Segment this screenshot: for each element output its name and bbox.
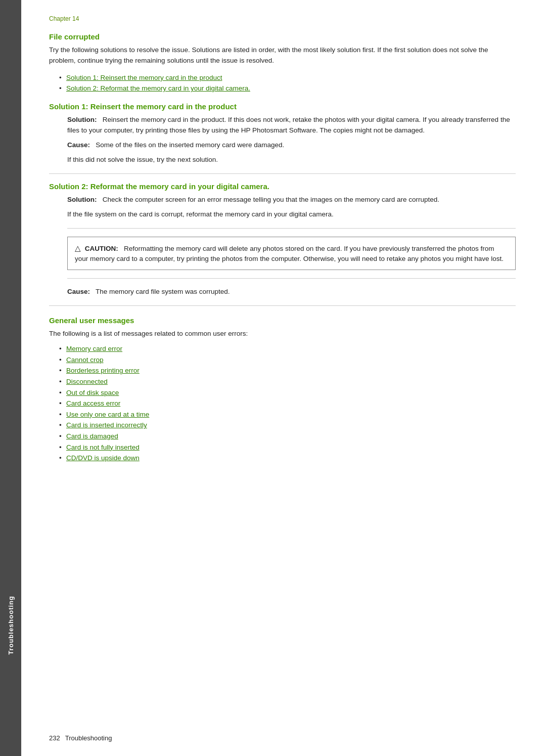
solution1-next: If this did not solve the issue, try the…	[67, 155, 516, 165]
divider4	[49, 305, 516, 306]
caution-triangle-icon: △	[75, 242, 81, 254]
solution1-block: Solution: Reinsert the memory card in th…	[67, 115, 516, 165]
main-content: Chapter 14 File corrupted Try the follow…	[21, 0, 546, 756]
solution2-heading: Solution 2: Reformat the memory card in …	[49, 182, 516, 191]
file-corrupted-links: Solution 1: Reinsert the memory card in …	[59, 72, 516, 94]
footer-title: Troubleshooting	[65, 734, 112, 742]
cause1-text: Some of the files on the inserted memory…	[96, 141, 284, 149]
list-item: Card access error	[59, 398, 516, 409]
solution2-link[interactable]: Solution 2: Reformat the memory card in …	[66, 84, 250, 92]
card-access-error-link[interactable]: Card access error	[66, 399, 120, 407]
divider2	[67, 228, 516, 229]
caution-text: Reformatting the memory card will delete…	[75, 245, 504, 263]
list-item: Solution 2: Reformat the memory card in …	[59, 83, 516, 94]
card-not-fully-inserted-link[interactable]: Card is not fully inserted	[66, 443, 140, 451]
solution2-block: Solution: Check the computer screen for …	[67, 195, 516, 298]
memory-card-error-link[interactable]: Memory card error	[66, 345, 122, 352]
list-item: Use only one card at a time	[59, 409, 516, 420]
solution1-link[interactable]: Solution 1: Reinsert the memory card in …	[66, 74, 222, 81]
solution2-label: Solution:	[67, 196, 97, 203]
file-corrupted-intro: Try the following solutions to resolve t…	[49, 45, 516, 66]
solution2-body: Check the computer screen for an error m…	[103, 196, 439, 203]
solution1-cause: Cause: Some of the files on the inserted…	[67, 140, 516, 151]
solution1-heading: Solution 1: Reinsert the memory card in …	[49, 102, 516, 111]
disconnected-link[interactable]: Disconnected	[66, 378, 108, 385]
list-item: Cannot crop	[59, 354, 516, 366]
divider1	[49, 173, 516, 174]
card-inserted-incorrectly-link[interactable]: Card is inserted incorrectly	[66, 421, 147, 429]
list-item: Card is not fully inserted	[59, 442, 516, 453]
out-of-disk-space-link[interactable]: Out of disk space	[66, 389, 119, 396]
borderless-printing-error-link[interactable]: Borderless printing error	[66, 367, 140, 374]
cannot-crop-link[interactable]: Cannot crop	[66, 356, 104, 364]
list-item: Card is inserted incorrectly	[59, 420, 516, 431]
caution-box: △ CAUTION: Reformatting the memory card …	[67, 237, 516, 271]
card-is-damaged-link[interactable]: Card is damaged	[66, 432, 118, 440]
solution1-label: Solution:	[67, 116, 97, 123]
solution1-text: Solution: Reinsert the memory card in th…	[67, 115, 516, 136]
file-corrupted-section: File corrupted Try the following solutio…	[49, 32, 516, 94]
page-wrapper: Troubleshooting Chapter 14 File corrupte…	[0, 0, 546, 756]
file-corrupted-heading: File corrupted	[49, 32, 516, 41]
list-item: Out of disk space	[59, 387, 516, 398]
footer-page-number: 232	[49, 734, 60, 742]
solution2-text: Solution: Check the computer screen for …	[67, 195, 516, 205]
divider3	[67, 278, 516, 279]
list-item: CD/DVD is upside down	[59, 453, 516, 464]
list-item: Solution 1: Reinsert the memory card in …	[59, 72, 516, 83]
sidebar: Troubleshooting	[0, 0, 21, 756]
solution1-body: Reinsert the memory card in the product.…	[67, 116, 510, 134]
solution2-cause: Cause: The memory card file system was c…	[67, 287, 516, 297]
general-user-messages-heading: General user messages	[49, 316, 516, 325]
cause1-label: Cause:	[67, 141, 90, 149]
general-user-messages-intro: The following is a list of messages rela…	[49, 329, 516, 339]
list-item: Memory card error	[59, 343, 516, 354]
solution2-body2: If the file system on the card is corrup…	[67, 209, 516, 220]
general-user-messages-section: General user messages The following is a…	[49, 316, 516, 463]
use-only-one-card-link[interactable]: Use only one card at a time	[66, 411, 149, 418]
sidebar-label: Troubleshooting	[7, 596, 15, 655]
list-item: Card is damaged	[59, 431, 516, 442]
caution-label: CAUTION:	[85, 245, 118, 252]
cddvd-upside-down-link[interactable]: CD/DVD is upside down	[66, 454, 140, 462]
solution1-section: Solution 1: Reinsert the memory card in …	[49, 102, 516, 165]
solution2-section: Solution 2: Reformat the memory card in …	[49, 182, 516, 298]
cause2-text: The memory card file system was corrupte…	[96, 288, 230, 295]
cause2-label: Cause:	[67, 288, 90, 295]
footer: 232 Troubleshooting	[49, 734, 516, 742]
general-user-messages-list: Memory card error Cannot crop Borderless…	[59, 343, 516, 464]
list-item: Disconnected	[59, 376, 516, 387]
list-item: Borderless printing error	[59, 365, 516, 376]
chapter-label: Chapter 14	[49, 15, 516, 22]
